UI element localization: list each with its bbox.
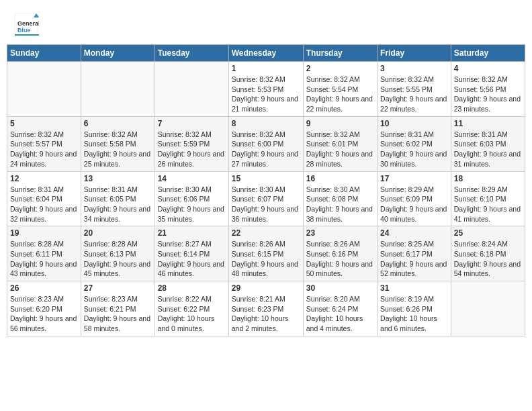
calendar-cell: 5Sunrise: 8:32 AMSunset: 5:57 PMDaylight… — [7, 116, 81, 171]
logo: General Blue — [13, 12, 40, 38]
calendar-cell: 18Sunrise: 8:29 AMSunset: 6:10 PMDayligh… — [451, 171, 525, 226]
day-number: 8 — [232, 119, 300, 128]
calendar-cell: 4Sunrise: 8:32 AMSunset: 5:56 PMDaylight… — [451, 62, 525, 117]
day-info: Sunrise: 8:32 AMSunset: 5:54 PMDaylight:… — [306, 75, 374, 114]
day-info: Sunrise: 8:31 AMSunset: 6:02 PMDaylight:… — [380, 130, 448, 169]
day-info: Sunrise: 8:31 AMSunset: 6:03 PMDaylight:… — [454, 130, 522, 169]
day-info: Sunrise: 8:32 AMSunset: 5:53 PMDaylight:… — [232, 75, 300, 114]
day-info: Sunrise: 8:22 AMSunset: 6:22 PMDaylight:… — [158, 294, 226, 334]
day-number: 14 — [158, 174, 226, 183]
day-number: 15 — [232, 174, 300, 183]
calendar-cell: 17Sunrise: 8:29 AMSunset: 6:09 PMDayligh… — [378, 171, 451, 226]
day-number: 3 — [380, 64, 448, 73]
day-info: Sunrise: 8:32 AMSunset: 6:00 PMDaylight:… — [232, 130, 300, 169]
day-number: 10 — [380, 119, 448, 128]
day-info: Sunrise: 8:24 AMSunset: 6:18 PMDaylight:… — [454, 239, 522, 279]
day-info: Sunrise: 8:25 AMSunset: 6:17 PMDaylight:… — [380, 239, 448, 279]
weekday-header-sunday: Sunday — [7, 45, 81, 62]
day-info: Sunrise: 8:32 AMSunset: 5:59 PMDaylight:… — [158, 130, 226, 169]
calendar-cell: 26Sunrise: 8:23 AMSunset: 6:20 PMDayligh… — [7, 281, 81, 336]
weekday-header-monday: Monday — [81, 45, 154, 62]
calendar-cell: 6Sunrise: 8:32 AMSunset: 5:58 PMDaylight… — [81, 116, 154, 171]
day-number: 13 — [84, 174, 152, 183]
calendar-cell — [451, 281, 525, 336]
day-number: 17 — [380, 174, 448, 183]
day-number: 7 — [158, 119, 226, 128]
day-number: 9 — [306, 119, 374, 128]
weekday-header-row: SundayMondayTuesdayWednesdayThursdayFrid… — [7, 45, 525, 62]
calendar-week-3: 12Sunrise: 8:31 AMSunset: 6:04 PMDayligh… — [7, 171, 525, 226]
weekday-header-friday: Friday — [378, 45, 451, 62]
calendar-cell: 9Sunrise: 8:32 AMSunset: 6:01 PMDaylight… — [303, 116, 377, 171]
calendar-cell: 13Sunrise: 8:31 AMSunset: 6:05 PMDayligh… — [81, 171, 154, 226]
day-number: 23 — [306, 228, 374, 238]
day-number: 26 — [10, 283, 78, 293]
weekday-header-saturday: Saturday — [451, 45, 525, 62]
calendar-week-1: 1Sunrise: 8:32 AMSunset: 5:53 PMDaylight… — [7, 62, 525, 117]
calendar-cell: 30Sunrise: 8:20 AMSunset: 6:24 PMDayligh… — [303, 281, 377, 336]
calendar-week-5: 26Sunrise: 8:23 AMSunset: 6:20 PMDayligh… — [7, 281, 525, 336]
day-info: Sunrise: 8:28 AMSunset: 6:11 PMDaylight:… — [10, 239, 78, 279]
weekday-header-wednesday: Wednesday — [228, 45, 303, 62]
day-info: Sunrise: 8:23 AMSunset: 6:20 PMDaylight:… — [10, 294, 78, 334]
weekday-header-tuesday: Tuesday — [154, 45, 228, 62]
day-number: 27 — [84, 283, 152, 293]
day-number: 28 — [158, 283, 226, 293]
day-number: 30 — [306, 283, 374, 293]
day-info: Sunrise: 8:29 AMSunset: 6:09 PMDaylight:… — [380, 185, 448, 224]
calendar-week-2: 5Sunrise: 8:32 AMSunset: 5:57 PMDaylight… — [7, 116, 525, 171]
day-info: Sunrise: 8:32 AMSunset: 5:57 PMDaylight:… — [10, 130, 78, 169]
day-number: 29 — [232, 283, 300, 293]
day-info: Sunrise: 8:32 AMSunset: 5:58 PMDaylight:… — [84, 130, 152, 169]
calendar-cell — [81, 62, 154, 117]
day-number: 12 — [10, 174, 78, 183]
calendar-week-4: 19Sunrise: 8:28 AMSunset: 6:11 PMDayligh… — [7, 226, 525, 281]
day-info: Sunrise: 8:32 AMSunset: 5:56 PMDaylight:… — [454, 75, 522, 114]
weekday-header-thursday: Thursday — [303, 45, 377, 62]
calendar-cell: 8Sunrise: 8:32 AMSunset: 6:00 PMDaylight… — [228, 116, 303, 171]
day-number: 18 — [454, 174, 522, 183]
calendar-cell: 1Sunrise: 8:32 AMSunset: 5:53 PMDaylight… — [228, 62, 303, 117]
calendar-cell: 2Sunrise: 8:32 AMSunset: 5:54 PMDaylight… — [303, 62, 377, 117]
day-info: Sunrise: 8:21 AMSunset: 6:23 PMDaylight:… — [232, 294, 300, 334]
day-info: Sunrise: 8:20 AMSunset: 6:24 PMDaylight:… — [306, 294, 374, 334]
day-number: 20 — [84, 228, 152, 238]
calendar-cell: 7Sunrise: 8:32 AMSunset: 5:59 PMDaylight… — [154, 116, 228, 171]
calendar-cell: 23Sunrise: 8:26 AMSunset: 6:16 PMDayligh… — [303, 226, 377, 281]
calendar-cell: 3Sunrise: 8:32 AMSunset: 5:55 PMDaylight… — [378, 62, 451, 117]
calendar-cell: 10Sunrise: 8:31 AMSunset: 6:02 PMDayligh… — [378, 116, 451, 171]
day-number: 11 — [454, 119, 522, 128]
day-info: Sunrise: 8:31 AMSunset: 6:05 PMDaylight:… — [84, 185, 152, 224]
calendar-cell — [7, 62, 81, 117]
day-number: 2 — [306, 64, 374, 73]
day-info: Sunrise: 8:31 AMSunset: 6:04 PMDaylight:… — [10, 185, 78, 224]
day-number: 1 — [232, 64, 300, 73]
calendar-cell: 22Sunrise: 8:26 AMSunset: 6:15 PMDayligh… — [228, 226, 303, 281]
day-info: Sunrise: 8:19 AMSunset: 6:26 PMDaylight:… — [380, 294, 448, 334]
day-number: 4 — [454, 64, 522, 73]
calendar-cell: 24Sunrise: 8:25 AMSunset: 6:17 PMDayligh… — [378, 226, 451, 281]
day-info: Sunrise: 8:26 AMSunset: 6:16 PMDaylight:… — [306, 239, 374, 279]
day-info: Sunrise: 8:30 AMSunset: 6:08 PMDaylight:… — [306, 185, 374, 224]
logo-icon: General Blue — [13, 12, 39, 38]
calendar-cell: 31Sunrise: 8:19 AMSunset: 6:26 PMDayligh… — [378, 281, 451, 336]
calendar-cell: 14Sunrise: 8:30 AMSunset: 6:06 PMDayligh… — [154, 171, 228, 226]
svg-text:Blue: Blue — [17, 27, 31, 34]
day-number: 16 — [306, 174, 374, 183]
calendar-cell: 28Sunrise: 8:22 AMSunset: 6:22 PMDayligh… — [154, 281, 228, 336]
calendar-table: SundayMondayTuesdayWednesdayThursdayFrid… — [7, 44, 525, 336]
calendar-cell: 12Sunrise: 8:31 AMSunset: 6:04 PMDayligh… — [7, 171, 81, 226]
day-info: Sunrise: 8:32 AMSunset: 5:55 PMDaylight:… — [380, 75, 448, 114]
day-info: Sunrise: 8:27 AMSunset: 6:14 PMDaylight:… — [158, 239, 226, 279]
day-number: 5 — [10, 119, 78, 128]
calendar-cell — [154, 62, 228, 117]
day-number: 24 — [380, 228, 448, 238]
day-info: Sunrise: 8:23 AMSunset: 6:21 PMDaylight:… — [84, 294, 152, 334]
calendar-cell: 11Sunrise: 8:31 AMSunset: 6:03 PMDayligh… — [451, 116, 525, 171]
day-number: 25 — [454, 228, 522, 238]
calendar-cell: 21Sunrise: 8:27 AMSunset: 6:14 PMDayligh… — [154, 226, 228, 281]
day-number: 22 — [232, 228, 300, 238]
calendar-cell: 29Sunrise: 8:21 AMSunset: 6:23 PMDayligh… — [228, 281, 303, 336]
calendar-cell: 15Sunrise: 8:30 AMSunset: 6:07 PMDayligh… — [228, 171, 303, 226]
calendar-cell: 20Sunrise: 8:28 AMSunset: 6:13 PMDayligh… — [81, 226, 154, 281]
